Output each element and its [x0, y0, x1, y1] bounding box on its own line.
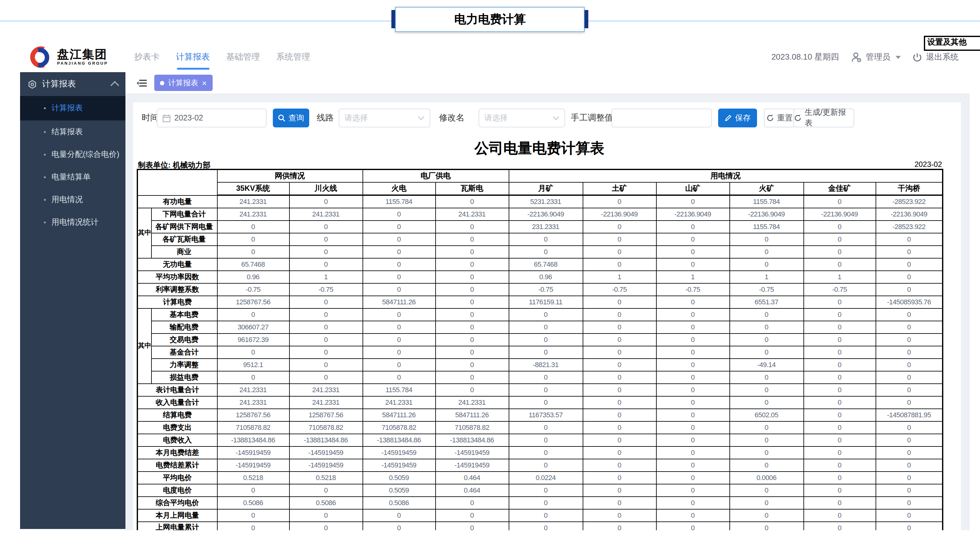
table-cell: 0 [289, 320, 363, 333]
table-row: 电费支出7105878.827105878.827105878.82710587… [137, 421, 943, 434]
table-cell: 0 [876, 421, 943, 434]
table-cell: 0 [803, 484, 876, 496]
table-cell: 9512.1 [217, 358, 289, 371]
table-cell: 0 [435, 195, 509, 208]
table-cell: 0 [656, 446, 729, 459]
table-cell: 0 [435, 308, 509, 320]
table-cell: 0 [289, 296, 363, 308]
reset-button[interactable]: 重置 [764, 108, 795, 128]
table-cell: 0 [217, 308, 289, 320]
table-cell: 241.2331 [435, 396, 509, 408]
sidebar-item-settle-bill[interactable]: 电量结算单 [20, 166, 126, 188]
table-cell: 0 [583, 408, 656, 421]
sidebar-item-usage[interactable]: 用电情况 [20, 188, 126, 211]
tab-calc-report[interactable]: 计算报表 × [154, 75, 212, 91]
sidebar-item-usage-stats[interactable]: 用电情况统计 [20, 211, 126, 233]
table-cell: 0 [729, 434, 803, 446]
user-menu[interactable]: 管理员 [850, 51, 900, 63]
table-cell: 0 [217, 484, 289, 496]
manual-adjust-input[interactable] [611, 108, 712, 128]
table-cell: 0 [803, 446, 876, 459]
table-cell: 0 [583, 509, 656, 521]
table-cell: 0 [435, 346, 509, 358]
table-cell: -22136.9049 [583, 208, 656, 220]
table-column-header: 山矿 [656, 182, 729, 195]
nav-base-mgmt[interactable]: 基础管理 [226, 42, 260, 72]
table-cell: 0 [803, 333, 876, 346]
time-input[interactable]: 2023-02 [157, 108, 267, 128]
table-group-label: 其中 [137, 308, 151, 383]
table-cell: -145919459 [289, 446, 363, 459]
table-row: 其中下网电量合计241.2331241.23310241.2331-22136.… [137, 208, 943, 220]
table-cell: 0 [656, 421, 729, 434]
line-select[interactable]: 请选择 [339, 108, 430, 128]
table-cell: 0 [729, 333, 803, 346]
table-cell: 65.7468 [217, 258, 289, 271]
table-cell: 0 [435, 271, 509, 283]
sidebar-item-power-allocation[interactable]: 电量分配(综合电价) [20, 143, 126, 166]
table-cell: 0 [583, 371, 656, 383]
table-cell: 1 [289, 271, 363, 283]
chevron-down-icon [418, 116, 425, 120]
table-cell: 0 [656, 333, 729, 346]
table-row: 上网电量累计0000000000 [137, 521, 943, 530]
sidebar-item-calc-report[interactable]: 计算报表 [20, 96, 126, 121]
table-cell: 0 [583, 484, 656, 496]
logo-subtext: PANJIANG GROUP [57, 61, 108, 66]
table-column-header: 月矿 [509, 182, 583, 195]
table-cell: -0.75 [217, 283, 289, 296]
table-row: 其中基本电费0000000000 [137, 308, 943, 320]
table-cell: 65.7468 [509, 258, 583, 271]
table-row: 力率调整9512.1000-8821.3100-49.1400 [137, 358, 943, 371]
refresh-icon [794, 114, 802, 122]
table-cell: 0 [289, 333, 363, 346]
table-cell: -145919459 [217, 446, 289, 459]
table-cell: 0 [509, 509, 583, 521]
table-cell: 5847111.26 [435, 408, 509, 421]
table-row: 损益电费0000000000 [137, 371, 943, 383]
save-button[interactable]: 保存 [718, 108, 757, 128]
sidebar-item-settle-report[interactable]: 结算报表 [20, 121, 126, 143]
collapse-menu-icon[interactable] [137, 79, 147, 87]
table-cell: 0 [583, 396, 656, 408]
table-cell: 241.2331 [217, 396, 289, 408]
table-cell: -145919459 [289, 459, 363, 471]
table-cell: 0 [583, 220, 656, 233]
table-column-header: 火矿 [729, 182, 803, 195]
pen-icon [724, 114, 732, 122]
table-row-label: 输配电费 [151, 320, 217, 333]
table-cell: 1155.784 [729, 195, 803, 208]
table-cell: 0 [289, 220, 363, 233]
table-cell: 0 [363, 521, 435, 530]
table-row-label: 各矿瓦斯电量 [151, 233, 217, 245]
tab-close-icon[interactable]: × [202, 79, 207, 87]
filter-bar: 时间 2023-02 查询 线路 请选择 [133, 108, 961, 128]
table-row-label: 综合平均电价 [137, 496, 217, 509]
table-cell: 0 [656, 509, 729, 521]
nav-meter-card[interactable]: 抄表卡 [134, 42, 160, 72]
table-cell: 1 [803, 271, 876, 283]
generate-report-button[interactable]: 生成/更新报表 [794, 108, 854, 128]
main-area: 计算报表 × 时间 2023-02 [126, 72, 970, 530]
table-cell: 0 [803, 371, 876, 383]
table-cell: 0 [217, 233, 289, 245]
table-cell: 0 [583, 383, 656, 396]
table-cell: 0 [803, 358, 876, 371]
table-cell: 0 [583, 308, 656, 320]
table-cell: 0.0006 [729, 471, 803, 484]
modify-name-select[interactable]: 请选择 [479, 108, 565, 128]
table-row-label: 各矿网供下网电量 [151, 220, 217, 233]
query-button[interactable]: 查询 [273, 108, 309, 128]
nav-system-mgmt[interactable]: 系统管理 [276, 42, 310, 72]
table-cell: 0 [729, 484, 803, 496]
table-row: 计算电费1258767.5605847111.2601176159.110065… [137, 296, 943, 308]
table-row: 本月上网电量0000000000 [137, 509, 943, 521]
nav-calc-report[interactable]: 计算报表 [176, 42, 210, 72]
table-row-label: 平均电价 [137, 471, 217, 484]
sidebar-group-calc-report[interactable]: 计算报表 [20, 72, 126, 96]
logout-button[interactable]: 退出系统 [912, 51, 959, 63]
table-row-label: 本月电费结差 [137, 446, 217, 459]
settings-note: 设置及其他 [924, 36, 980, 51]
table-cell: 0 [509, 371, 583, 383]
table-cell: 0.0224 [509, 471, 583, 484]
